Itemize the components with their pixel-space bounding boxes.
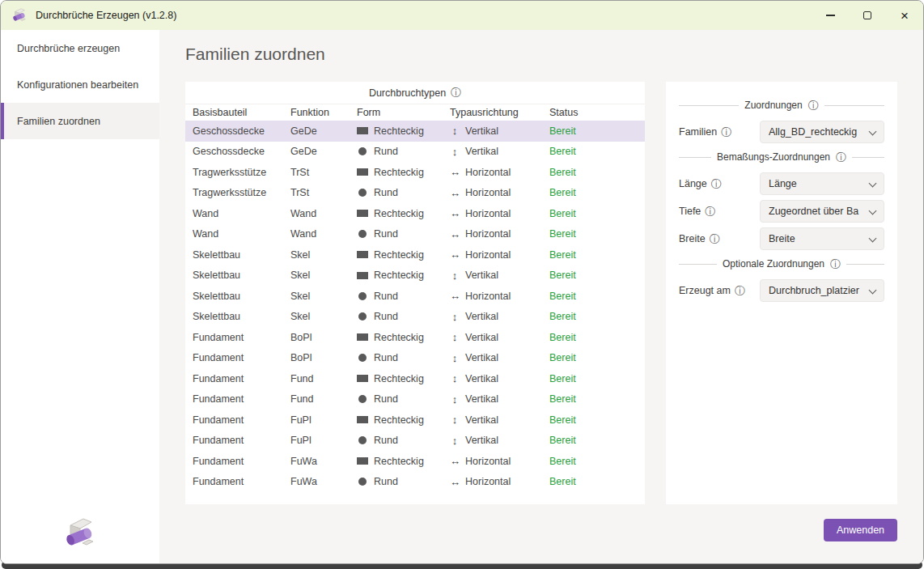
sidebar-item[interactable]: Familien zuordnen [1, 103, 159, 139]
info-icon[interactable]: ⓘ [721, 127, 731, 138]
info-icon[interactable]: ⓘ [808, 100, 819, 111]
company-logo-icon [61, 514, 100, 553]
minimize-button[interactable] [812, 1, 849, 30]
cell-typausrichtung: ↔Horizontal [450, 228, 549, 240]
richtung-label: Horizontal [465, 187, 511, 198]
table-row[interactable]: FundamentFuPlRechteckig↕VertikalBereit [185, 410, 645, 431]
dropdown-familien[interactable]: Allg_BD_rechteckig [760, 121, 884, 143]
form-label: Rechteckig [374, 270, 424, 281]
dropdown-breite[interactable]: Breite [760, 227, 884, 250]
form-label: Rechteckig [374, 456, 424, 467]
info-icon[interactable]: ⓘ [710, 234, 720, 244]
column-header[interactable]: Typausrichtung [450, 107, 549, 118]
table-row[interactable]: WandWandRechteckig↔HorizontalBereit [185, 203, 645, 224]
richtung-label: Horizontal [465, 167, 511, 178]
divider-line [824, 105, 884, 106]
main-area: Familien zuordnen Durchbruchtypen ⓘ Basi… [159, 30, 923, 563]
status-badge: Bereit [549, 270, 645, 281]
table-row[interactable]: FundamentFuPlRund↕VertikalBereit [185, 431, 645, 452]
cell-form: Rechteckig [357, 456, 450, 467]
field-row-länge: LängeⓘLänge [679, 172, 884, 195]
cell-typausrichtung: ↕Vertikal [450, 352, 549, 364]
table-row[interactable]: SkelettbauSkelRechteckig↔HorizontalBerei… [185, 244, 645, 265]
table-row[interactable]: FundamentBoPlRechteckig↕VertikalBereit [185, 327, 645, 348]
table-body: GeschossdeckeGeDeRechteckig↕VertikalBere… [185, 121, 645, 492]
title-bar[interactable]: Durchbrüche Erzeugen (v1.2.8) × [1, 1, 923, 30]
vertical-arrow-icon: ↕ [450, 311, 460, 323]
column-header[interactable]: Form [357, 107, 450, 118]
field-row-familien: FamilienⓘAllg_BD_rechteckig [679, 121, 884, 143]
form-label: Rund [374, 228, 398, 240]
dropdown-tiefe[interactable]: Zugeordnet über Ba [760, 200, 884, 223]
table-row[interactable]: SkelettbauSkelRechteckig↕VertikalBereit [185, 265, 645, 287]
info-icon[interactable]: ⓘ [451, 87, 461, 98]
table-row[interactable]: FundamentFundRechteckig↕VertikalBereit [185, 368, 645, 389]
divider-line [852, 157, 884, 158]
close-button[interactable]: × [886, 1, 923, 30]
dropdown-länge[interactable]: Länge [760, 172, 884, 195]
circle-icon [358, 312, 367, 321]
form-label: Rechteckig [374, 373, 424, 384]
cell-form: Rund [357, 187, 450, 198]
form-label: Rund [374, 146, 398, 157]
sidebar-item[interactable]: Konfigurationen bearbeiten [1, 66, 159, 103]
table-row[interactable]: GeschossdeckeGeDeRechteckig↕VertikalBere… [185, 121, 645, 142]
vertical-arrow-icon: ↕ [450, 270, 460, 282]
cell-funktion: Wand [290, 208, 357, 219]
field-label: Tiefeⓘ [679, 206, 760, 217]
column-header[interactable]: Basisbauteil [193, 107, 290, 118]
status-badge: Bereit [549, 393, 645, 405]
info-icon[interactable]: ⓘ [711, 179, 722, 189]
cell-form: Rechteckig [357, 332, 450, 343]
cell-typausrichtung: ↔Horizontal [450, 207, 549, 219]
app-logo-icon [11, 6, 28, 24]
cell-funktion: Skel [290, 270, 357, 281]
sidebar-item[interactable]: Durchbrüche erzeugen [1, 30, 159, 66]
status-badge: Bereit [549, 187, 645, 198]
dropdown-erzeugt-am[interactable]: Durchbruch_platzier [760, 279, 884, 302]
cell-typausrichtung: ↕Vertikal [450, 311, 549, 323]
column-header[interactable]: Status [549, 107, 645, 118]
table-row[interactable]: FundamentFuWaRechteckig↔HorizontalBereit [185, 451, 645, 472]
cell-funktion: Skel [290, 291, 357, 302]
column-header[interactable]: Funktion [290, 107, 357, 118]
table-row[interactable]: GeschossdeckeGeDeRund↕VertikalBereit [185, 142, 645, 163]
table-row[interactable]: TragwerksstützeTrStRund↔HorizontalBereit [185, 183, 645, 204]
table-row[interactable]: FundamentFuWaRund↔HorizontalBereit [185, 472, 645, 493]
richtung-label: Vertikal [465, 435, 498, 446]
cell-typausrichtung: ↔Horizontal [450, 455, 549, 467]
table-row[interactable]: FundamentFundRund↕VertikalBereit [185, 389, 645, 410]
apply-button[interactable]: Anwenden [824, 519, 897, 541]
cell-typausrichtung: ↕Vertikal [450, 393, 549, 406]
horizontal-arrow-icon: ↔ [450, 476, 460, 488]
chevron-down-icon [867, 126, 879, 138]
field-label-text: Länge [679, 178, 707, 189]
info-icon[interactable]: ⓘ [735, 286, 745, 296]
cell-basisbauteil: Tragwerksstütze [193, 187, 290, 198]
table-title: Durchbruchtypen [369, 87, 446, 99]
maximize-button[interactable] [849, 1, 886, 30]
info-icon[interactable]: ⓘ [836, 152, 846, 163]
section-title: Optionale Zuordnungen [723, 258, 824, 270]
cell-form: Rechteckig [357, 270, 450, 281]
field-label: Erzeugt amⓘ [679, 285, 760, 296]
horizontal-arrow-icon: ↔ [450, 455, 460, 467]
field-row-tiefe: TiefeⓘZugeordnet über Ba [679, 200, 884, 223]
cell-funktion: GeDe [290, 146, 357, 157]
minimize-icon [826, 15, 835, 15]
cell-funktion: FuPl [290, 414, 357, 426]
vertical-arrow-icon: ↕ [450, 352, 460, 364]
table-row[interactable]: TragwerksstützeTrStRechteckig↔Horizontal… [185, 162, 645, 183]
info-icon[interactable]: ⓘ [705, 206, 715, 217]
info-icon[interactable]: ⓘ [830, 259, 841, 270]
form-label: Rund [374, 393, 398, 405]
richtung-label: Vertikal [465, 352, 498, 363]
table-row[interactable]: WandWandRund↔HorizontalBereit [185, 224, 645, 245]
status-badge: Bereit [549, 435, 645, 446]
cell-form: Rund [357, 311, 450, 322]
table-row[interactable]: SkelettbauSkelRund↔HorizontalBereit [185, 286, 645, 307]
section-divider: Optionale Zuordnungenⓘ [679, 257, 884, 271]
table-row[interactable]: FundamentBoPlRund↕VertikalBereit [185, 348, 645, 369]
table-row[interactable]: SkelettbauSkelRund↕VertikalBereit [185, 307, 645, 328]
divider-line [679, 264, 717, 265]
